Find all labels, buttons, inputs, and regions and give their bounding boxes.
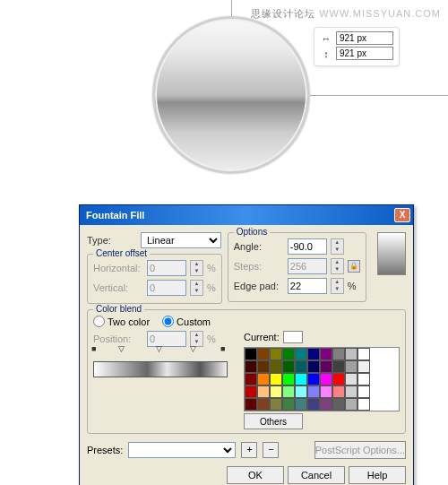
steps-label: Steps: <box>234 261 284 272</box>
color-swatch[interactable] <box>245 385 257 398</box>
guide-horizontal <box>310 95 448 96</box>
color-swatch[interactable] <box>307 385 320 398</box>
color-swatch[interactable] <box>257 360 270 373</box>
height-icon: ↕ <box>320 48 332 59</box>
others-button[interactable]: Others <box>244 413 303 429</box>
preset-remove-button[interactable]: − <box>263 442 279 458</box>
horizontal-spinner: ▲▼ <box>190 260 203 276</box>
color-swatch[interactable] <box>358 348 370 360</box>
horizontal-input <box>147 260 186 276</box>
edgepad-input[interactable] <box>288 278 327 294</box>
color-swatch[interactable] <box>320 385 332 398</box>
color-swatch[interactable] <box>358 373 370 385</box>
options-group: Options Angle: ▲▼ Steps: ▲▼ 🔒 Edge pad: <box>228 232 366 302</box>
fountain-fill-dialog: Fountain Fill X Type: Linear Center offs… <box>79 204 414 485</box>
color-swatch[interactable] <box>270 360 282 373</box>
color-swatch[interactable] <box>320 348 332 360</box>
preset-add-button[interactable]: + <box>241 442 257 458</box>
cancel-button[interactable]: Cancel <box>288 466 345 484</box>
ok-button[interactable]: OK <box>227 466 284 484</box>
color-swatch[interactable] <box>295 360 307 373</box>
custom-radio[interactable]: Custom <box>162 316 211 327</box>
preview-sphere <box>152 16 310 174</box>
color-swatch[interactable] <box>295 373 307 385</box>
color-blend-title: Color blend <box>93 304 144 314</box>
color-swatch[interactable] <box>270 385 282 398</box>
color-swatch[interactable] <box>282 385 295 398</box>
color-swatch[interactable] <box>358 398 370 411</box>
color-swatch[interactable] <box>257 398 270 411</box>
color-swatch[interactable] <box>345 373 358 385</box>
color-swatch[interactable] <box>295 398 307 411</box>
angle-spinner[interactable]: ▲▼ <box>331 238 344 255</box>
color-swatch[interactable] <box>257 385 270 398</box>
color-swatch[interactable] <box>295 385 307 398</box>
position-input <box>147 331 186 347</box>
options-title: Options <box>234 227 270 237</box>
vertical-input <box>147 280 186 296</box>
gradient-preview <box>377 232 406 275</box>
color-swatch[interactable] <box>345 348 358 360</box>
current-label: Current: <box>244 332 280 342</box>
color-swatch[interactable] <box>332 360 345 373</box>
color-swatch[interactable] <box>320 360 332 373</box>
help-button[interactable]: Help <box>349 466 406 484</box>
color-swatch[interactable] <box>282 348 295 360</box>
color-swatch[interactable] <box>332 398 345 411</box>
edgepad-spinner[interactable]: ▲▼ <box>331 278 344 294</box>
color-swatch[interactable] <box>295 348 307 360</box>
two-color-label: Two color <box>108 316 150 327</box>
current-color-box <box>283 331 303 343</box>
vertical-spinner: ▲▼ <box>190 280 203 296</box>
edgepad-label: Edge pad: <box>234 281 284 291</box>
color-swatch[interactable] <box>270 348 282 360</box>
color-swatch[interactable] <box>320 373 332 385</box>
color-swatch[interactable] <box>332 385 345 398</box>
color-blend-group: Color blend Two color Custom Position: ▲… <box>87 309 406 434</box>
presets-select[interactable] <box>128 442 236 458</box>
color-swatch[interactable] <box>282 373 295 385</box>
color-swatch[interactable] <box>320 398 332 411</box>
watermark-cn: 思缘设计论坛 <box>251 8 315 19</box>
type-select[interactable]: Linear <box>141 232 221 248</box>
color-swatch[interactable] <box>282 398 295 411</box>
pct-label-2: % <box>207 282 216 293</box>
color-swatch[interactable] <box>345 360 358 373</box>
color-swatch[interactable] <box>358 385 370 398</box>
color-swatch[interactable] <box>245 373 257 385</box>
watermark: 思缘设计论坛 WWW.MISSYUAN.COM <box>251 7 441 21</box>
color-swatch[interactable] <box>358 360 370 373</box>
color-swatch[interactable] <box>282 360 295 373</box>
angle-input[interactable] <box>288 238 327 255</box>
dimension-popup: ↔ 921 px ↕ 921 px <box>314 27 400 66</box>
color-swatch[interactable] <box>307 348 320 360</box>
color-swatch[interactable] <box>345 398 358 411</box>
color-swatches[interactable] <box>244 347 400 411</box>
color-swatch[interactable] <box>245 348 257 360</box>
color-swatch[interactable] <box>307 398 320 411</box>
color-swatch[interactable] <box>307 360 320 373</box>
color-swatch[interactable] <box>332 373 345 385</box>
color-swatch[interactable] <box>245 398 257 411</box>
horizontal-label: Horizontal: <box>93 263 143 273</box>
close-button[interactable]: X <box>394 208 410 222</box>
color-swatch[interactable] <box>270 398 282 411</box>
position-label: Position: <box>93 333 143 344</box>
pct-label: % <box>207 263 216 273</box>
titlebar[interactable]: Fountain Fill X <box>80 205 413 225</box>
pct-label-4: % <box>207 333 216 344</box>
color-swatch[interactable] <box>257 348 270 360</box>
color-swatch[interactable] <box>257 373 270 385</box>
pct-label-3: % <box>348 281 357 291</box>
color-swatch[interactable] <box>307 373 320 385</box>
color-swatch[interactable] <box>270 373 282 385</box>
color-swatch[interactable] <box>245 360 257 373</box>
lock-icon[interactable]: 🔒 <box>348 260 360 273</box>
height-value: 921 px <box>336 47 393 60</box>
two-color-radio[interactable]: Two color <box>93 316 150 327</box>
color-swatch[interactable] <box>332 348 345 360</box>
postscript-button: PostScript Options... <box>314 441 406 459</box>
color-swatch[interactable] <box>345 385 358 398</box>
vertical-label: Vertical: <box>93 282 143 293</box>
gradient-bar[interactable] <box>93 361 228 377</box>
